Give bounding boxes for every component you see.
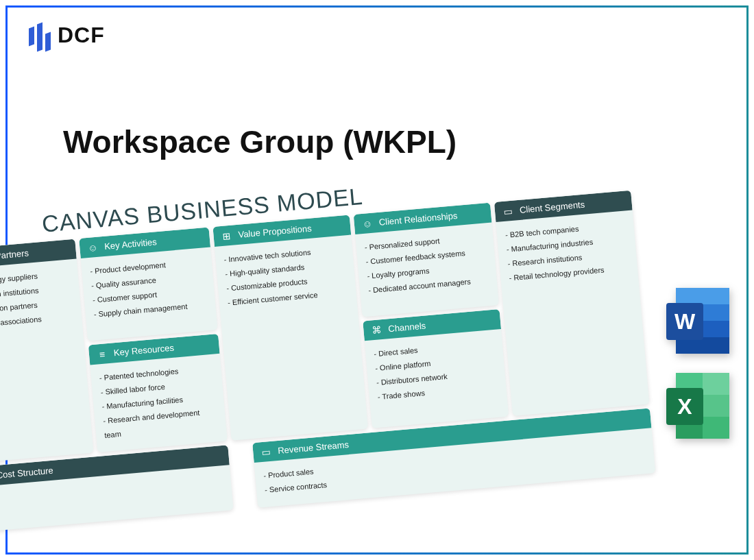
box-label: Channels	[388, 321, 426, 334]
id-card-icon: ▭	[501, 204, 515, 218]
box-body: Patented technologiesSkilled labor force…	[90, 354, 227, 453]
logo-bars-icon	[29, 19, 51, 51]
box-label: Key Resources	[113, 343, 174, 358]
canvas-box-channels: ⌘Channels Direct salesOnline platformDis…	[363, 309, 509, 428]
box-label: Cost Structure	[0, 465, 53, 480]
box-body: Product developmentQuality assuranceCust…	[81, 247, 218, 341]
dcf-logo: DCF	[29, 19, 105, 51]
box-label: Key Partners	[0, 248, 29, 263]
box-label: Key Activities	[104, 236, 158, 252]
people-icon: ☺	[361, 217, 374, 230]
box-label: Client Relationships	[378, 210, 458, 228]
canvas-box-client-segments: ▭Client Segments B2B tech companiesManuf…	[494, 191, 650, 417]
word-icon[interactable]: W	[666, 288, 732, 354]
box-label: Revenue Streams	[278, 439, 350, 456]
canvas-box-key-resources: ≡Key Resources Patented technologiesSkil…	[88, 334, 228, 452]
logo-text: DCF	[58, 23, 105, 48]
page-title: Workspace Group (WKPL)	[63, 123, 457, 160]
canvas-box-client-relationships: ☺Client Relationships Personalized suppo…	[354, 203, 499, 317]
person-speak-icon: ☺	[86, 241, 100, 254]
canvas-box-key-activities: ☺Key Activities Product developmentQuali…	[79, 228, 217, 341]
word-letter: W	[666, 303, 703, 340]
network-icon: ⌘	[370, 324, 384, 337]
business-model-canvas: CANVAS BUSINESS MODEL ⚭Key Partners Tech…	[0, 161, 648, 560]
credit-card-icon: ▭	[260, 446, 273, 459]
excel-letter: X	[666, 388, 703, 425]
box-body: Personalized supportCustomer feedback sy…	[355, 223, 499, 317]
canvas-box-key-partners: ⚭Key Partners Technology suppliersResear…	[0, 239, 94, 464]
app-icons-column: W X	[666, 288, 732, 439]
box-body: Technology suppliersResearch institution…	[0, 259, 94, 464]
gift-icon: ⊞	[220, 229, 234, 243]
box-body: B2B tech companiesManufacturing industri…	[496, 210, 649, 417]
box-body: Direct salesOnline platformDistributors …	[365, 329, 509, 428]
box-label: Value Propositions	[238, 223, 312, 239]
excel-icon[interactable]: X	[666, 373, 732, 439]
box-body: Innovative tech solutionsHigh-quality st…	[215, 234, 368, 441]
canvas-box-cost-structure: ⚙Cost Structure	[0, 446, 234, 533]
box-label: Client Segments	[519, 199, 585, 215]
database-icon: ≡	[95, 348, 109, 361]
canvas-box-value-propositions: ⊞Value Propositions Innovative tech solu…	[212, 215, 368, 441]
